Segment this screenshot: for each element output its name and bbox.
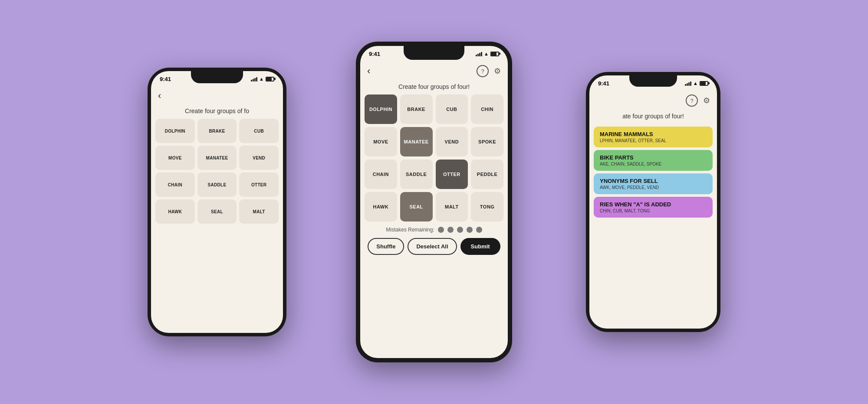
left-word-grid: DOLPHINBRAKECUBMOVEMANATEEVENDCHAINSADDL… bbox=[151, 119, 283, 224]
center-time: 9:41 bbox=[369, 51, 380, 57]
left-word-cell[interactable]: CUB bbox=[239, 119, 279, 143]
deselect-all-button[interactable]: Deselect All bbox=[408, 238, 457, 255]
left-back-button[interactable]: ‹ bbox=[158, 90, 161, 101]
bar4 bbox=[256, 77, 257, 81]
center-word-cell[interactable]: CHAIN bbox=[365, 160, 397, 189]
center-word-cell[interactable]: TONG bbox=[471, 192, 503, 222]
mistakes-row: Mistakes Remaining: bbox=[360, 222, 508, 238]
left-word-cell[interactable]: MANATEE bbox=[197, 146, 237, 170]
left-status-icons: ▲ bbox=[251, 76, 274, 81]
left-word-cell[interactable]: VEND bbox=[239, 146, 279, 170]
bottom-buttons: Shuffle Deselect All Submit bbox=[360, 238, 508, 255]
left-word-cell[interactable]: SEAL bbox=[197, 199, 237, 224]
rbar2 bbox=[687, 83, 688, 86]
center-word-cell[interactable]: HAWK bbox=[365, 192, 397, 222]
center-status-icons: ▲ bbox=[476, 51, 499, 56]
right-phone: 9:41 ▲ ? ⚙ ate four groups of four! MARI… bbox=[586, 72, 720, 332]
left-word-cell[interactable]: CHAIN bbox=[155, 173, 195, 197]
category-items: LPHIN, MANATEE, OTTER, SEAL bbox=[600, 138, 707, 143]
submit-button[interactable]: Submit bbox=[460, 238, 500, 255]
left-wifi-icon: ▲ bbox=[259, 76, 264, 81]
center-word-cell[interactable]: SEAL bbox=[400, 192, 433, 222]
center-phone: 9:41 ▲ ‹ ? ⚙ Create four groups of four!… bbox=[356, 42, 512, 362]
right-notch bbox=[629, 75, 677, 87]
dot-3 bbox=[457, 227, 463, 233]
left-word-cell[interactable]: BRAKE bbox=[197, 119, 237, 143]
rbar4 bbox=[690, 81, 691, 86]
right-subtitle: ate four groups of four! bbox=[589, 110, 717, 124]
category-title: RIES WHEN "A" IS ADDED bbox=[600, 201, 707, 208]
right-signal-icon bbox=[685, 81, 691, 86]
category-card: BIKE PARTSAKE, CHAIN, SADDLE, SPOKE bbox=[594, 150, 713, 171]
right-screen: 9:41 ▲ ? ⚙ ate four groups of four! MARI… bbox=[589, 75, 717, 329]
left-word-cell[interactable]: OTTER bbox=[239, 173, 279, 197]
left-battery-icon bbox=[266, 77, 274, 81]
right-settings-button[interactable]: ⚙ bbox=[703, 96, 710, 105]
center-word-cell[interactable]: PEDDLE bbox=[471, 160, 503, 189]
category-items: AWK, MOVE, PEDDLE, VEND bbox=[600, 185, 707, 190]
left-time: 9:41 bbox=[160, 76, 171, 82]
right-status-icons: ▲ bbox=[685, 81, 708, 86]
cbar1 bbox=[476, 55, 477, 56]
left-word-cell[interactable]: MOVE bbox=[155, 146, 195, 170]
category-card: MARINE MAMMALSLPHIN, MANATEE, OTTER, SEA… bbox=[594, 127, 713, 147]
center-word-cell[interactable]: BRAKE bbox=[400, 94, 433, 124]
center-word-grid: DOLPHINBRAKECUBCHINMOVEMANATEEVENDSPOKEC… bbox=[360, 94, 508, 222]
center-battery-icon bbox=[490, 52, 499, 56]
bar3 bbox=[254, 78, 256, 81]
center-word-cell[interactable]: CHIN bbox=[471, 94, 503, 124]
center-wifi-icon: ▲ bbox=[484, 51, 489, 56]
category-items: CHIN, CUB, MALT, TONG bbox=[600, 209, 707, 213]
cbar3 bbox=[479, 53, 480, 56]
left-word-cell[interactable]: DOLPHIN bbox=[155, 119, 195, 143]
left-signal-icon bbox=[251, 76, 257, 81]
right-time: 9:41 bbox=[598, 80, 609, 87]
help-button[interactable]: ? bbox=[477, 65, 489, 77]
right-battery-icon bbox=[700, 81, 708, 86]
cbar2 bbox=[477, 54, 479, 56]
center-signal-icon bbox=[476, 51, 482, 56]
left-subtitle: Create four groups of fo bbox=[151, 105, 283, 119]
right-header-icons: ? ⚙ bbox=[686, 94, 710, 107]
center-word-cell[interactable]: SADDLE bbox=[400, 160, 433, 189]
dot-2 bbox=[447, 227, 454, 233]
center-screen: 9:41 ▲ ‹ ? ⚙ Create four groups of four!… bbox=[360, 46, 508, 358]
left-word-cell[interactable]: HAWK bbox=[155, 199, 195, 224]
center-app-header: ‹ ? ⚙ bbox=[360, 62, 508, 81]
center-word-cell[interactable]: VEND bbox=[436, 127, 468, 156]
center-word-cell[interactable]: MANATEE bbox=[400, 127, 433, 156]
category-items: AKE, CHAIN, SADDLE, SPOKE bbox=[600, 162, 707, 166]
center-word-cell[interactable]: OTTER bbox=[436, 160, 468, 189]
right-wifi-icon: ▲ bbox=[693, 81, 698, 86]
center-header-icons: ? ⚙ bbox=[477, 65, 501, 77]
bar2 bbox=[253, 79, 254, 81]
center-word-cell[interactable]: DOLPHIN bbox=[365, 94, 397, 124]
bar1 bbox=[251, 80, 252, 81]
right-help-button[interactable]: ? bbox=[686, 94, 698, 107]
rbar3 bbox=[688, 82, 690, 86]
dot-1 bbox=[438, 227, 444, 233]
category-title: MARINE MAMMALS bbox=[600, 131, 707, 137]
categories-list: MARINE MAMMALSLPHIN, MANATEE, OTTER, SEA… bbox=[589, 127, 717, 218]
category-card: RIES WHEN "A" IS ADDEDCHIN, CUB, MALT, T… bbox=[594, 197, 713, 218]
center-subtitle: Create four groups of four! bbox=[360, 81, 508, 94]
shuffle-button[interactable]: Shuffle bbox=[368, 238, 404, 255]
center-word-cell[interactable]: SPOKE bbox=[471, 127, 503, 156]
left-word-cell[interactable]: MALT bbox=[239, 199, 279, 224]
center-word-cell[interactable]: CUB bbox=[436, 94, 468, 124]
left-notch bbox=[191, 71, 243, 83]
center-word-cell[interactable]: MOVE bbox=[365, 127, 397, 156]
center-word-cell[interactable]: MALT bbox=[436, 192, 468, 222]
mistakes-label: Mistakes Remaining: bbox=[386, 227, 434, 233]
left-word-cell[interactable]: SADDLE bbox=[197, 173, 237, 197]
category-card: YNONYMS FOR SELLAWK, MOVE, PEDDLE, VEND bbox=[594, 173, 713, 194]
center-back-button[interactable]: ‹ bbox=[367, 65, 370, 77]
rbar1 bbox=[685, 84, 686, 86]
category-title: YNONYMS FOR SELL bbox=[600, 178, 707, 184]
dot-5 bbox=[476, 227, 482, 233]
left-app-header: ‹ bbox=[151, 87, 283, 105]
left-screen: 9:41 ▲ ‹ Create four groups of fo DOLPHI… bbox=[151, 71, 283, 333]
cbar4 bbox=[481, 52, 482, 56]
settings-button[interactable]: ⚙ bbox=[494, 66, 501, 76]
left-phone: 9:41 ▲ ‹ Create four groups of fo DOLPHI… bbox=[148, 68, 286, 336]
